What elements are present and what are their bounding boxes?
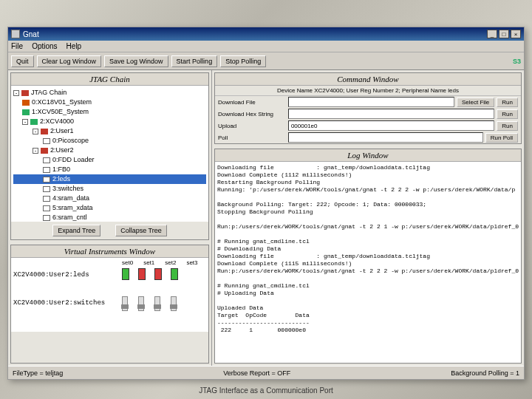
command-window-panel: Command Window Device Name XC2V4000; Use…: [214, 72, 522, 144]
slide-caption: JTAG Interface as a Communication Port: [0, 386, 532, 395]
cmd-subtitle: Device Name XC2V4000; User Reg Number 2;…: [215, 86, 521, 96]
tree-node[interactable]: 0:XC18V01_System: [32, 98, 92, 107]
tree-node[interactable]: 3:switches: [52, 184, 83, 194]
tree-node[interactable]: 5:sram_xdata: [52, 203, 93, 213]
expand-tree-button[interactable]: Expand Tree: [52, 225, 100, 236]
device-icon: [22, 100, 30, 106]
tree-toggle-icon[interactable]: -: [22, 119, 28, 125]
vi-sw-label: XC2V4000:User2:switches: [13, 299, 105, 307]
vi-leds-label: XC2V4000:User2:leds: [13, 271, 89, 279]
virtual-instruments-panel: Virtual Instruments Window set0set1set2s…: [10, 245, 209, 364]
leaf-icon: [43, 157, 50, 163]
clear-log-button[interactable]: Clear Log Window: [37, 55, 102, 67]
window-title: Gnat: [23, 30, 39, 38]
tree-node[interactable]: 2:User1: [50, 126, 74, 136]
jtag-tree[interactable]: -JTAG Chain 0:XC18V01_System 1:XCV50E_Sy…: [11, 86, 208, 222]
select-file-button[interactable]: Select File: [457, 98, 494, 107]
tree-toggle-icon[interactable]: -: [13, 90, 19, 96]
tree-toggle-icon[interactable]: -: [33, 129, 38, 134]
switch-0[interactable]: [122, 296, 128, 311]
vi-columns: set0set1set2set3: [122, 259, 198, 266]
chain-icon: [21, 90, 29, 96]
vi-leds-row: [122, 268, 178, 280]
save-log-button[interactable]: Save Log Window: [104, 55, 168, 67]
application-window: Gnat _ □ × File Options Help Quit Clear …: [7, 27, 525, 380]
start-polling-button[interactable]: Start Polling: [171, 55, 218, 67]
download-hex-label: Download Hex String: [218, 111, 288, 117]
tree-node[interactable]: 0:FDD Loader: [52, 155, 95, 165]
log-window-panel: Log Window Downloading file : gnat_temp/…: [214, 149, 522, 364]
status-polling: Background Polling = 1: [451, 369, 519, 377]
stop-polling-button[interactable]: Stop Polling: [220, 55, 266, 67]
tree-node[interactable]: 1:XCV50E_System: [32, 107, 89, 117]
download-hex-input[interactable]: [288, 109, 494, 119]
switch-3[interactable]: [171, 296, 177, 311]
device-icon: [22, 109, 30, 115]
jtag-panel-title: JTAG Chain: [11, 73, 208, 86]
poll-input[interactable]: [288, 132, 483, 143]
led-3: [171, 268, 178, 280]
vi-body: set0set1set2set3 XC2V4000:User2:leds XC2…: [11, 258, 208, 332]
download-file-input[interactable]: [288, 97, 454, 107]
leaf-icon: [43, 215, 50, 221]
download-hex-run-button[interactable]: Run: [497, 109, 518, 119]
menubar: File Options Help: [8, 41, 524, 52]
cmd-panel-title: Command Window: [215, 73, 521, 86]
tree-node[interactable]: 1:FB0: [52, 165, 70, 174]
tree-node[interactable]: 2:User2: [50, 146, 74, 155]
download-file-run-button[interactable]: Run: [497, 98, 518, 107]
leaf-icon: [43, 196, 50, 202]
tree-node-selected[interactable]: 2:leds: [52, 174, 70, 184]
tree-root[interactable]: JTAG Chain: [31, 88, 66, 98]
upload-label: Upload: [218, 123, 288, 129]
quit-button[interactable]: Quit: [11, 55, 34, 67]
minimize-button[interactable]: _: [487, 30, 497, 38]
upload-run-button[interactable]: Run: [497, 121, 518, 131]
download-file-label: Download File: [218, 99, 288, 106]
logo: S3: [513, 58, 521, 65]
collapse-tree-button[interactable]: Collapse Tree: [115, 225, 167, 236]
log-output[interactable]: Downloading file : gnat_temp/downloaddat…: [215, 162, 521, 363]
led-2: [154, 268, 162, 280]
user-icon: [41, 129, 48, 134]
tree-node[interactable]: 6:sram_cntl: [52, 213, 87, 222]
user-icon: [41, 148, 48, 154]
titlebar: Gnat _ □ ×: [8, 27, 524, 41]
status-verbose: Verbose Report = OFF: [223, 369, 290, 377]
statusbar: FileType = teljtag Verbose Report = OFF …: [8, 366, 524, 379]
leaf-icon: [43, 186, 50, 192]
vi-panel-title: Virtual Instruments Window: [11, 245, 208, 258]
vi-switches-row: [122, 296, 177, 311]
run-poll-button[interactable]: Run Poll: [485, 133, 518, 143]
toolbar: Quit Clear Log Window Save Log Window St…: [8, 52, 524, 70]
app-icon: [11, 30, 20, 38]
poll-label: Poll: [218, 134, 288, 141]
led-1: [138, 268, 146, 280]
maximize-button[interactable]: □: [499, 30, 509, 38]
leaf-icon: [43, 177, 50, 183]
led-0: [122, 268, 129, 280]
leaf-icon: [43, 167, 50, 173]
jtag-chain-panel: JTAG Chain -JTAG Chain 0:XC18V01_System …: [10, 72, 209, 240]
upload-input[interactable]: [288, 120, 494, 131]
menu-options[interactable]: Options: [32, 42, 57, 50]
tree-node[interactable]: 4:sram_data: [52, 194, 89, 203]
switch-1[interactable]: [138, 296, 144, 311]
close-button[interactable]: ×: [511, 30, 521, 38]
log-panel-title: Log Window: [215, 149, 521, 162]
device-icon: [30, 119, 38, 125]
status-filetype: FileType = teljtag: [13, 369, 63, 377]
tree-node[interactable]: 0:Picoscope: [52, 136, 89, 146]
menu-help[interactable]: Help: [66, 42, 82, 50]
leaf-icon: [43, 205, 50, 211]
switch-2[interactable]: [154, 296, 160, 311]
tree-toggle-icon[interactable]: -: [33, 148, 38, 154]
menu-file[interactable]: File: [11, 42, 23, 50]
leaf-icon: [43, 138, 50, 144]
tree-node[interactable]: 2:XCV4000: [40, 117, 74, 126]
